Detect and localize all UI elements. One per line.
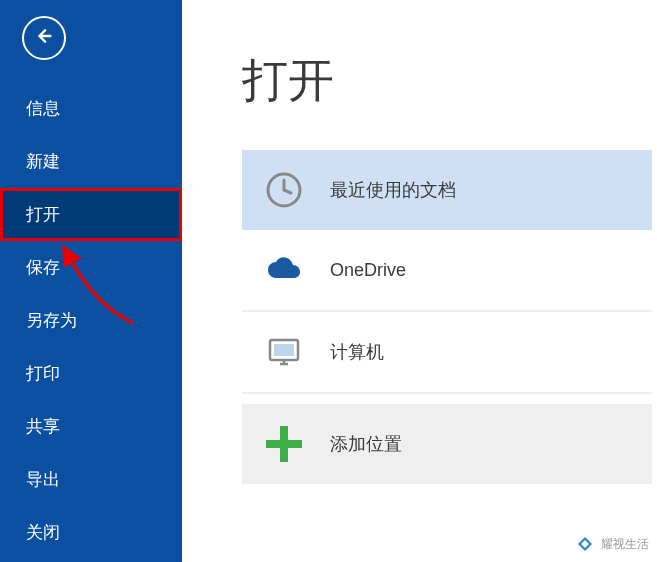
option-label: OneDrive	[330, 260, 406, 281]
sidebar-item-export[interactable]: 导出	[0, 453, 182, 506]
computer-icon	[264, 332, 304, 372]
open-options-list: 最近使用的文档 OneDrive 计算机	[242, 150, 652, 484]
sidebar-item-save[interactable]: 保存	[0, 241, 182, 294]
sidebar-item-label: 导出	[26, 470, 60, 489]
back-button[interactable]	[22, 16, 66, 60]
svg-rect-2	[274, 344, 294, 356]
sidebar-item-label: 关闭	[26, 523, 60, 542]
watermark: 耀视生活	[575, 534, 649, 554]
sidebar-item-share[interactable]: 共享	[0, 400, 182, 453]
main-panel: 打开 最近使用的文档 OneDrive	[182, 0, 657, 562]
option-label: 计算机	[330, 340, 384, 364]
sidebar-item-saveas[interactable]: 另存为	[0, 294, 182, 347]
sidebar-item-label: 打开	[26, 205, 60, 224]
option-label: 最近使用的文档	[330, 178, 456, 202]
sidebar-item-label: 新建	[26, 152, 60, 171]
sidebar-item-info[interactable]: 信息	[0, 82, 182, 135]
sidebar-item-print[interactable]: 打印	[0, 347, 182, 400]
option-label: 添加位置	[330, 432, 402, 456]
watermark-logo-icon	[575, 534, 595, 554]
option-computer[interactable]: 计算机	[242, 312, 652, 394]
sidebar-item-label: 另存为	[26, 311, 77, 330]
option-add-place[interactable]: 添加位置	[242, 404, 652, 484]
option-recent-documents[interactable]: 最近使用的文档	[242, 150, 652, 230]
cloud-icon	[264, 250, 304, 290]
sidebar-item-new[interactable]: 新建	[0, 135, 182, 188]
sidebar-item-open[interactable]: 打开	[0, 188, 182, 241]
sidebar-item-close[interactable]: 关闭	[0, 506, 182, 559]
sidebar-item-label: 共享	[26, 417, 60, 436]
sidebar: 信息 新建 打开 保存 另存为 打印 共享 导出 关闭	[0, 0, 182, 562]
page-title: 打开	[242, 50, 657, 112]
sidebar-item-label: 打印	[26, 364, 60, 383]
sidebar-item-label: 信息	[26, 99, 60, 118]
sidebar-item-label: 保存	[26, 258, 60, 277]
plus-icon	[264, 424, 304, 464]
watermark-text: 耀视生活	[601, 536, 649, 553]
clock-icon	[264, 170, 304, 210]
option-onedrive[interactable]: OneDrive	[242, 230, 652, 312]
back-arrow-icon	[33, 25, 55, 51]
